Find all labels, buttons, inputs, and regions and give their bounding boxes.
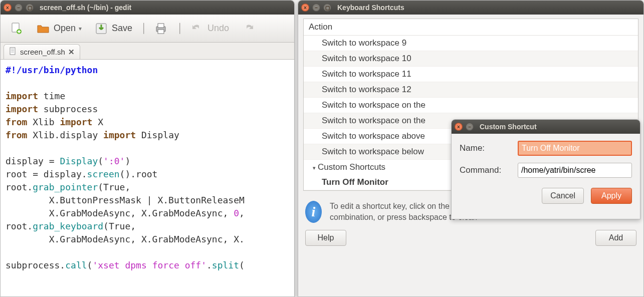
dlg-footer: Cancel Apply (460, 188, 632, 204)
help-button[interactable]: Help (305, 230, 346, 246)
save-button[interactable]: Save (91, 19, 135, 38)
code-token: ) (125, 156, 130, 166)
code-token: 'xset dpms force off' (92, 260, 206, 270)
kb-title: Keyboard Shortcuts (337, 4, 404, 12)
code-token: Display (136, 130, 179, 140)
open-label: Open (54, 23, 76, 34)
maximize-icon[interactable]: ▢ (323, 4, 331, 12)
code-token: import (60, 117, 92, 127)
new-file-button[interactable] (6, 19, 27, 38)
svg-rect-4 (158, 24, 164, 28)
code-token: ( (87, 260, 93, 270)
tab-close-icon[interactable]: ✕ (68, 48, 75, 57)
code-token: subprocess (38, 104, 98, 114)
code-token: , (239, 208, 245, 218)
undo-label: Undo (207, 23, 229, 34)
code-token: from (6, 117, 27, 127)
minimize-icon[interactable]: – (312, 4, 320, 12)
undo-arrow-icon (189, 21, 204, 36)
redo-button[interactable] (238, 19, 259, 38)
printer-icon (153, 21, 168, 36)
print-button[interactable] (150, 19, 171, 38)
code-token: display = (6, 156, 60, 166)
minimize-icon[interactable]: – (466, 123, 474, 131)
code-token: ().root (120, 169, 158, 179)
shortcut-row[interactable]: Switch to workspace 12 (304, 82, 638, 98)
command-label: Command: (460, 165, 515, 175)
code-token: call (65, 260, 87, 270)
shortcut-row[interactable]: Switch to workspace 9 (304, 36, 638, 51)
gedit-titlebar: × – ▢ screen_off.sh (~/bin) - gedit (1, 1, 294, 15)
gedit-window: × – ▢ screen_off.sh (~/bin) - gedit Open… (0, 0, 295, 297)
svg-rect-6 (10, 48, 15, 55)
gedit-toolbar: Open ▾ Save │ │ Undo (1, 15, 294, 43)
tab-screen-off[interactable]: screen_off.sh ✕ (4, 44, 80, 59)
code-token: ( (239, 260, 245, 270)
chevron-down-icon: ▾ (79, 25, 82, 32)
code-token: root. (6, 182, 33, 192)
code-token: root. (6, 221, 33, 231)
code-editor[interactable]: #!/usr/bin/python import time import sub… (1, 60, 294, 296)
dlg-body: Name: Command: Cancel Apply (452, 134, 640, 219)
code-token: from (6, 130, 27, 140)
maximize-icon[interactable]: ▢ (26, 4, 34, 12)
code-token: grab_pointer (33, 182, 98, 192)
code-token: import (6, 104, 38, 114)
gedit-title: screen_off.sh (~/bin) - gedit (40, 4, 131, 12)
close-icon[interactable]: × (4, 4, 12, 12)
close-icon[interactable]: × (455, 123, 463, 131)
code-token: import (103, 130, 136, 140)
dlg-titlebar: × – Custom Shortcut (452, 120, 640, 134)
close-icon[interactable]: × (301, 4, 309, 12)
name-label: Name: (460, 143, 515, 153)
document-icon (9, 47, 17, 57)
code-line: X.ButtonPressMask | X.ButtonReleaseM (6, 195, 245, 205)
shortcut-row[interactable]: Switch to workspace 10 (304, 51, 638, 67)
open-folder-icon (36, 21, 51, 36)
new-file-icon (9, 21, 24, 36)
code-line: #!/usr/bin/python (6, 65, 98, 75)
code-token: split (212, 260, 239, 270)
tab-strip: screen_off.sh ✕ (1, 43, 294, 60)
info-icon: i (305, 201, 322, 223)
code-token: subprocess. (6, 260, 65, 270)
code-token: X (92, 117, 103, 127)
save-disk-icon (94, 21, 109, 36)
apply-button[interactable]: Apply (591, 188, 632, 204)
code-token: ':0' (103, 156, 125, 166)
custom-shortcut-dialog: × – Custom Shortcut Name: Command: Cance… (451, 119, 640, 219)
toolbar-separator: │ (141, 23, 144, 34)
code-token: X.GrabModeAsync, X.GrabModeAsync, (6, 208, 234, 218)
code-token: ( (98, 156, 103, 166)
code-token: Xlib.display (27, 130, 103, 140)
code-token: 0 (234, 208, 239, 218)
code-token: Xlib (27, 117, 60, 127)
code-token: screen (87, 169, 120, 179)
kb-footer: Help Add (298, 223, 643, 251)
cancel-button[interactable]: Cancel (542, 188, 584, 204)
undo-button[interactable]: Undo (186, 19, 232, 38)
tab-filename: screen_off.sh (20, 48, 65, 56)
name-input[interactable] (518, 141, 632, 156)
save-label: Save (112, 23, 132, 34)
code-token: Display (60, 156, 98, 166)
code-token: import (6, 91, 38, 101)
open-button[interactable]: Open ▾ (33, 19, 85, 38)
shortcut-row[interactable]: Switch to workspace on the (304, 98, 638, 113)
code-line: X.GrabModeAsync, X.GrabModeAsync, X. (6, 234, 245, 244)
code-token: root = display. (6, 169, 87, 179)
code-token: grab_keyboard (33, 221, 103, 231)
code-token: . (206, 260, 212, 270)
shortcut-row[interactable]: Switch to workspace 11 (304, 67, 638, 82)
code-token: (True, (98, 182, 130, 192)
svg-rect-5 (158, 30, 164, 34)
code-token: time (38, 91, 65, 101)
minimize-icon[interactable]: – (15, 4, 23, 12)
kb-titlebar: × – ▢ Keyboard Shortcuts (298, 1, 643, 15)
command-input[interactable] (518, 163, 632, 178)
redo-arrow-icon (241, 21, 256, 36)
add-button[interactable]: Add (595, 230, 636, 246)
column-header-action[interactable]: Action (304, 19, 638, 36)
code-token: (True, (103, 221, 136, 231)
dlg-title: Custom Shortcut (480, 123, 537, 131)
